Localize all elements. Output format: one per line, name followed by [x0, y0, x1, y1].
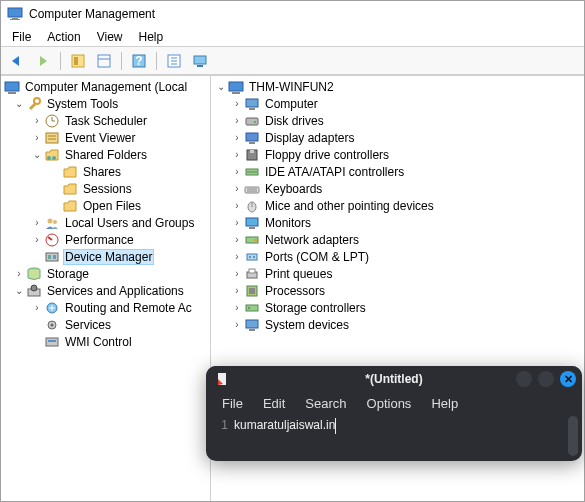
device-disk-drives[interactable]: ›Disk drives	[211, 112, 584, 129]
editor-menu-file[interactable]: File	[214, 394, 251, 413]
device-computer[interactable]: ›Computer	[211, 95, 584, 112]
menu-file[interactable]: File	[5, 28, 38, 46]
device-display-adapters[interactable]: ›Display adapters	[211, 129, 584, 146]
tree-sessions[interactable]: Sessions	[1, 180, 210, 197]
expand-icon[interactable]: ›	[31, 302, 43, 313]
tree-storage[interactable]: ›Storage	[1, 265, 210, 282]
tree-task-scheduler[interactable]: ›Task Scheduler	[1, 112, 210, 129]
editor-menu-edit[interactable]: Edit	[255, 394, 293, 413]
svg-rect-61	[254, 239, 257, 241]
tree-device-manager[interactable]: Device Manager	[1, 248, 210, 265]
tree-label: Processors	[263, 284, 327, 298]
device-processors[interactable]: ›Processors	[211, 282, 584, 299]
expand-icon[interactable]: ›	[231, 183, 243, 194]
storage-controllers-icon	[244, 300, 260, 316]
expand-icon[interactable]: ›	[231, 234, 243, 245]
editor-scrollbar[interactable]	[568, 416, 578, 456]
device-storage-controllers[interactable]: ›Storage controllers	[211, 299, 584, 316]
folder-icon	[62, 164, 78, 180]
event-icon	[44, 130, 60, 146]
show-hide-tree-button[interactable]	[66, 50, 90, 72]
mice-and-other-pointing-devices-icon	[244, 198, 260, 214]
tree-services-apps[interactable]: ⌄Services and Applications	[1, 282, 210, 299]
menu-action[interactable]: Action	[40, 28, 87, 46]
routing-icon	[44, 300, 60, 316]
editor-body[interactable]: 1 kumaratuljaiswal.in	[206, 414, 582, 438]
device-monitors[interactable]: ›Monitors	[211, 214, 584, 231]
editor-menu-search[interactable]: Search	[297, 394, 354, 413]
device-ide-ata-atapi-controllers[interactable]: ›IDE ATA/ATAPI controllers	[211, 163, 584, 180]
expand-icon[interactable]: ›	[231, 251, 243, 262]
device-system-devices[interactable]: ›System devices	[211, 316, 584, 333]
expand-icon[interactable]: ›	[13, 268, 25, 279]
editor-menu-options[interactable]: Options	[359, 394, 420, 413]
maximize-button[interactable]	[538, 371, 554, 387]
svg-rect-1	[12, 18, 18, 19]
expand-icon[interactable]: ›	[231, 166, 243, 177]
tree-performance[interactable]: ›Performance	[1, 231, 210, 248]
tree-label: Routing and Remote Ac	[63, 301, 194, 315]
device-mice-and-other-pointing-devices[interactable]: ›Mice and other pointing devices	[211, 197, 584, 214]
device-keyboards[interactable]: ›Keyboards	[211, 180, 584, 197]
collapse-icon[interactable]: ⌄	[31, 149, 43, 160]
device-network-adapters[interactable]: ›Network adapters	[211, 231, 584, 248]
monitor-button[interactable]	[188, 50, 212, 72]
tree-event-viewer[interactable]: ›Event Viewer	[1, 129, 210, 146]
tree-wmi[interactable]: WMI Control	[1, 333, 210, 350]
expand-icon[interactable]: ›	[231, 149, 243, 160]
expand-icon[interactable]: ›	[231, 200, 243, 211]
expand-icon[interactable]: ›	[231, 302, 243, 313]
device-ports-com-lpt-[interactable]: ›Ports (COM & LPT)	[211, 248, 584, 265]
help-button[interactable]: ?	[127, 50, 151, 72]
svg-point-26	[48, 218, 53, 223]
performance-icon	[44, 232, 60, 248]
expand-icon[interactable]: ›	[231, 132, 243, 143]
device-print-queues[interactable]: ›Print queues	[211, 265, 584, 282]
tree-system-tools[interactable]: ⌄ System Tools	[1, 95, 210, 112]
forward-button[interactable]	[31, 50, 55, 72]
left-pane: Computer Management (Local ⌄ System Tool…	[1, 76, 211, 501]
svg-rect-16	[8, 92, 16, 94]
wmi-icon	[44, 334, 60, 350]
tree-open-files[interactable]: Open Files	[1, 197, 210, 214]
collapse-icon[interactable]: ⌄	[13, 285, 25, 296]
menu-help[interactable]: Help	[132, 28, 171, 46]
tree-label: Computer	[263, 97, 320, 111]
properties-button[interactable]	[92, 50, 116, 72]
computer-icon	[228, 79, 244, 95]
svg-point-27	[53, 220, 57, 224]
minimize-button[interactable]	[516, 371, 532, 387]
collapse-icon[interactable]: ⌄	[13, 98, 25, 109]
scan-button[interactable]	[162, 50, 186, 72]
expand-icon[interactable]: ›	[31, 115, 43, 126]
expand-icon[interactable]: ›	[231, 268, 243, 279]
expand-icon[interactable]: ›	[231, 285, 243, 296]
editor-menu-help[interactable]: Help	[423, 394, 466, 413]
expand-icon[interactable]: ›	[31, 234, 43, 245]
back-button[interactable]	[5, 50, 29, 72]
tree-label: System devices	[263, 318, 351, 332]
expand-icon[interactable]: ›	[231, 115, 243, 126]
tree-root[interactable]: Computer Management (Local	[1, 78, 210, 95]
menu-view[interactable]: View	[90, 28, 130, 46]
expand-icon[interactable]: ›	[31, 132, 43, 143]
collapse-icon[interactable]: ⌄	[215, 81, 227, 92]
editor-text[interactable]: kumaratuljaiswal.in	[234, 418, 336, 434]
tree-shared-folders[interactable]: ⌄Shared Folders	[1, 146, 210, 163]
expand-icon[interactable]: ›	[31, 217, 43, 228]
device-root[interactable]: ⌄ THM-WINFUN2	[211, 78, 584, 95]
tree-services-item[interactable]: Services	[1, 316, 210, 333]
expand-icon[interactable]: ›	[231, 319, 243, 330]
tree-label: Services	[63, 318, 113, 332]
device-floppy-drive-controllers[interactable]: ›Floppy drive controllers	[211, 146, 584, 163]
expand-icon[interactable]: ›	[231, 217, 243, 228]
tree-local-users[interactable]: ›Local Users and Groups	[1, 214, 210, 231]
editor-titlebar[interactable]: *(Untitled) ✕	[206, 366, 582, 392]
svg-point-70	[248, 307, 250, 309]
close-button[interactable]: ✕	[560, 371, 576, 387]
tree-routing[interactable]: ›Routing and Remote Ac	[1, 299, 210, 316]
expand-icon[interactable]: ›	[231, 98, 243, 109]
tree-shares[interactable]: Shares	[1, 163, 210, 180]
svg-rect-71	[246, 320, 258, 328]
print-queues-icon	[244, 266, 260, 282]
